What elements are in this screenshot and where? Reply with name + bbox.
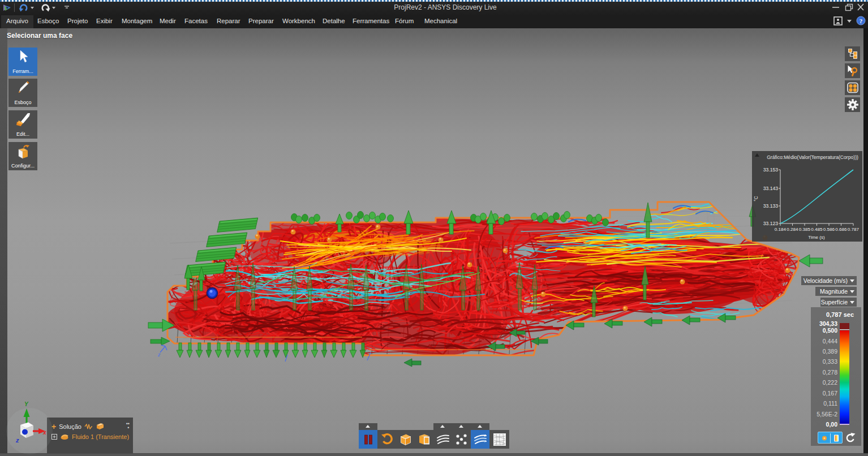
svg-text:0.686: 0.686 — [835, 227, 847, 232]
svg-text:x: x — [42, 429, 46, 436]
svg-text:0.184: 0.184 — [775, 227, 787, 232]
svg-text:33.153: 33.153 — [763, 167, 779, 173]
svg-text:0.385: 0.385 — [799, 227, 811, 232]
svg-text:z: z — [15, 437, 19, 444]
svg-text:33.143: 33.143 — [763, 186, 779, 191]
svg-text:33.123: 33.123 — [763, 221, 779, 226]
svg-text:0.284: 0.284 — [787, 227, 798, 232]
svg-text:z: z — [157, 352, 161, 358]
svg-text:0.586: 0.586 — [823, 227, 835, 232]
svg-text:0.787: 0.787 — [848, 227, 860, 232]
svg-text:°C: °C — [753, 196, 759, 201]
svg-text:33.133: 33.133 — [763, 203, 779, 209]
svg-text:Time (s): Time (s) — [808, 235, 825, 240]
svg-text:?: ? — [860, 18, 863, 24]
svg-text:0.485: 0.485 — [811, 227, 823, 232]
svg-text:Y: Y — [24, 401, 29, 407]
